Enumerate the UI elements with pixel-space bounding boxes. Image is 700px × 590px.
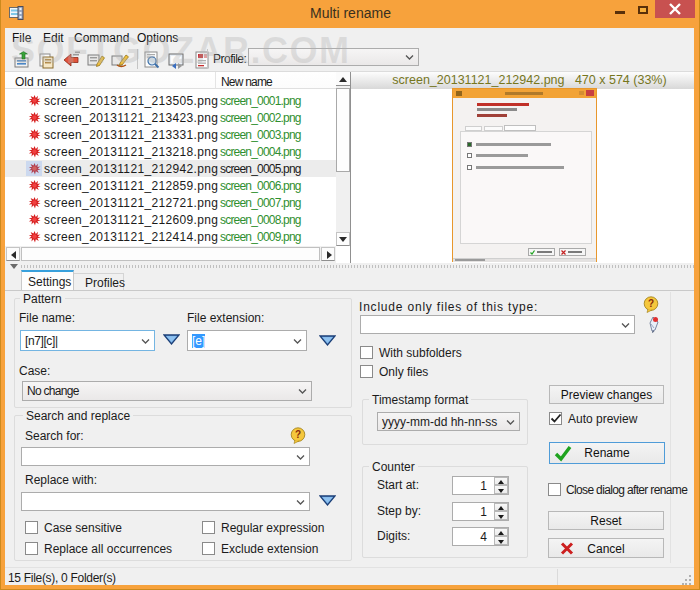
svg-text:?: ?	[648, 298, 654, 309]
svg-text:?: ?	[295, 429, 301, 440]
